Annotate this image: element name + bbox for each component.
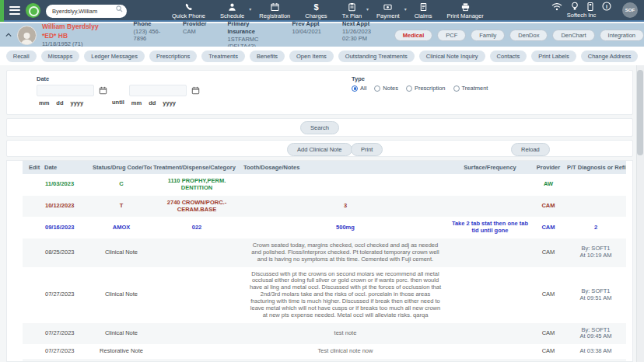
patient-identity[interactable]: William Byerdslyy *ED* HB 11/18/1952 (71… bbox=[42, 23, 114, 47]
vertical-scrollbar[interactable] bbox=[636, 65, 644, 362]
chevron-down-icon: ▾ bbox=[366, 6, 369, 12]
clipboard-icon bbox=[347, 2, 357, 12]
table-row[interactable]: 07/27/2023Restorative NoteCraze lines ru… bbox=[23, 359, 626, 362]
treatments-table: Edit Date Status/Drug Code/Tooth# Treatm… bbox=[6, 160, 633, 362]
radio-all[interactable]: All bbox=[352, 85, 366, 92]
status-cell: Restorative Note bbox=[91, 359, 152, 362]
field-label: Primary Insurance bbox=[228, 20, 271, 36]
print-button[interactable]: Print bbox=[351, 143, 383, 156]
date-from-input[interactable] bbox=[37, 85, 94, 96]
toolbar-item-charges[interactable]: $ Charges bbox=[305, 2, 327, 19]
radio-treatment[interactable]: Treatment bbox=[453, 85, 488, 92]
chevron-down-icon: ▾ bbox=[249, 6, 251, 12]
tab-contacts[interactable]: Contacts bbox=[490, 50, 527, 62]
toolbar-item-claims[interactable]: Claims bbox=[415, 2, 432, 19]
tab-outstanding-treatments[interactable]: Outstanding Treatments bbox=[338, 50, 415, 62]
table-row[interactable]: 08/25/2023Clinical NoteCrown seated toda… bbox=[23, 238, 626, 267]
reload-button[interactable]: Reload bbox=[511, 143, 550, 156]
toolbar-item-label: Quick Phone bbox=[172, 12, 205, 19]
field-value: 10/04/2021 bbox=[292, 28, 321, 35]
header-notes[interactable]: Tooth/Dosage/Notes bbox=[242, 161, 449, 174]
tab-prescriptions[interactable]: Prescriptions bbox=[149, 50, 197, 62]
add-clinical-note-button[interactable]: Add Clinical Note bbox=[287, 143, 352, 156]
provider-cell: CAM bbox=[531, 359, 565, 362]
calendar-icon[interactable] bbox=[191, 86, 200, 95]
date-cell: 08/25/2023 bbox=[43, 238, 91, 267]
badge-family[interactable]: Family bbox=[471, 30, 505, 41]
radio-notes[interactable]: Notes bbox=[374, 85, 398, 92]
header-surface[interactable]: Surface/Frequency bbox=[449, 161, 531, 174]
table-header-row: Edit Date Status/Drug Code/Tooth# Treatm… bbox=[23, 161, 626, 174]
tab-ledger-messages[interactable]: Ledger Messages bbox=[84, 50, 145, 62]
badge-medical[interactable]: Medical bbox=[394, 30, 433, 41]
dollar-icon: $ bbox=[311, 2, 321, 12]
header-provider[interactable]: Provider bbox=[531, 161, 565, 174]
search-button[interactable]: Search bbox=[300, 121, 339, 134]
patient-name: William Byerdslyy *ED* HB bbox=[42, 23, 114, 40]
edit-cell[interactable] bbox=[23, 174, 43, 196]
badge-integration[interactable]: Integration bbox=[600, 30, 644, 41]
header-refill[interactable]: P/T Diagnosis or Refill bbox=[565, 161, 626, 174]
table-row[interactable]: 10/12/2023T2740 CROWN/PORC.- CERAM.BASE3… bbox=[23, 196, 626, 218]
toolbar-item-payment[interactable]: Payment ▾ bbox=[376, 2, 400, 19]
edit-cell[interactable] bbox=[23, 344, 43, 359]
toolbar-item-schedule[interactable]: Registration bbox=[259, 2, 290, 19]
header-treatment[interactable]: Treatment/Dispense/Category bbox=[152, 161, 242, 174]
byline-cell: By: SOFT1 At 09:45 AM bbox=[565, 323, 626, 345]
toolbar-item-registration[interactable]: Schedule ▾ bbox=[220, 2, 244, 19]
edit-cell[interactable] bbox=[23, 217, 43, 238]
tab-recall[interactable]: Recall bbox=[6, 50, 37, 62]
action-row: Add Clinical Note Print Reload bbox=[6, 140, 633, 157]
tab-missapps[interactable]: Missapps bbox=[41, 50, 80, 62]
tab-print-labels[interactable]: Print Labels bbox=[531, 50, 576, 62]
badge-dendox[interactable]: DenDox bbox=[509, 30, 548, 41]
edit-cell[interactable] bbox=[23, 359, 43, 362]
info-icon[interactable]: i bbox=[602, 2, 611, 11]
user-avatar[interactable]: SOF bbox=[622, 2, 638, 18]
collapse-chevron-icon[interactable] bbox=[5, 32, 12, 38]
table-row[interactable]: 07/27/2023Restorative NoteTest clinical … bbox=[23, 344, 626, 359]
toolbar-item-tx-plan[interactable]: Tx Plan ▾ bbox=[342, 2, 362, 19]
patient-avatar[interactable] bbox=[17, 26, 37, 45]
tab-benefits[interactable]: Benefits bbox=[250, 50, 285, 62]
calendar-icon bbox=[270, 2, 280, 12]
tab-change-address[interactable]: Change Address bbox=[581, 50, 638, 62]
table-row[interactable]: 11/03/2023C1110 PROPHY,PERM. DENTITIONAW bbox=[23, 174, 626, 196]
battery-icon[interactable] bbox=[587, 2, 593, 11]
table-row[interactable]: 09/16/2023AMOX022500mgTake 2 tab stat th… bbox=[23, 217, 626, 238]
header-date[interactable]: Date bbox=[43, 161, 91, 174]
toolbar-item-print-manager[interactable]: Print Manager bbox=[447, 2, 484, 19]
badge-pcf[interactable]: PCF bbox=[437, 30, 466, 41]
date-until-input[interactable] bbox=[129, 85, 187, 96]
calendar-icon[interactable] bbox=[99, 86, 107, 95]
app-logo[interactable] bbox=[26, 3, 40, 18]
tab-treatments[interactable]: Treatments bbox=[201, 50, 245, 62]
edit-cell[interactable] bbox=[23, 238, 43, 267]
table-row[interactable]: 07/27/2023Clinical NoteDiscussed with pt… bbox=[23, 267, 626, 323]
phone-icon bbox=[184, 2, 194, 12]
field-prev-appt: Prev Appt 10/04/2021 bbox=[292, 20, 321, 50]
scrollbar-thumb[interactable] bbox=[637, 70, 643, 155]
toolbar-item-quick-phone[interactable]: Quick Phone bbox=[172, 2, 205, 19]
date-from-hints: mm dd yyyy bbox=[37, 99, 94, 106]
tab-clinical-note-inquiry[interactable]: Clinical Note Inquiry bbox=[419, 50, 485, 62]
date-until-hints: mm dd yyyy bbox=[129, 99, 187, 106]
menu-icon[interactable] bbox=[9, 4, 20, 16]
hint-dd: dd bbox=[56, 99, 63, 106]
radio-prescription[interactable]: Prescription bbox=[406, 85, 446, 92]
badge-denchart[interactable]: DenChart bbox=[552, 30, 594, 41]
edit-cell[interactable] bbox=[23, 323, 43, 345]
field-value: 11/26/2023 02:30 PM bbox=[342, 28, 382, 42]
table-row[interactable]: 07/27/2023Clinical Notetest noteCAMBy: S… bbox=[23, 323, 626, 345]
bulb-icon[interactable] bbox=[571, 2, 579, 11]
edit-cell[interactable] bbox=[23, 267, 43, 323]
wifi-icon[interactable] bbox=[551, 2, 562, 11]
field-label: Next Appt bbox=[342, 20, 382, 28]
edit-cell[interactable] bbox=[23, 196, 43, 218]
tab-open-items[interactable]: Open Items bbox=[289, 50, 334, 62]
field-label: Provider bbox=[183, 20, 206, 28]
header-status[interactable]: Status/Drug Code/Tooth# bbox=[91, 161, 152, 174]
search-row: Search bbox=[6, 118, 633, 137]
byline-cell bbox=[565, 174, 626, 196]
patient-search-input[interactable] bbox=[46, 5, 127, 18]
